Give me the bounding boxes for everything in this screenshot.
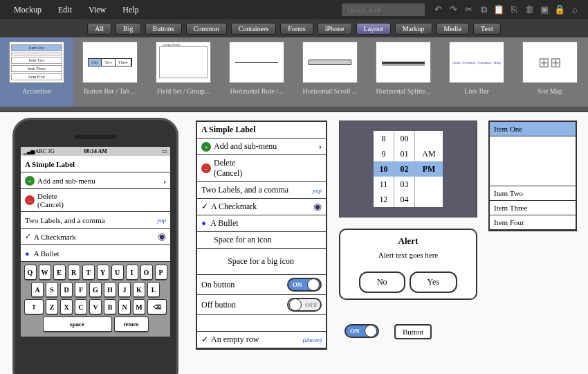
key-G[interactable]: G — [89, 282, 102, 297]
key-shift[interactable]: ⇧ — [24, 299, 44, 314]
picker-cell[interactable]: 12 — [374, 192, 394, 207]
filter-layout[interactable]: Layout — [356, 23, 391, 35]
key-space[interactable]: space — [43, 317, 112, 332]
menu-bullet[interactable]: ● A Bullet — [21, 245, 170, 262]
key-I[interactable]: I — [126, 265, 138, 280]
menu-two-labels[interactable]: Two Labels, and a comma yup — [21, 212, 170, 229]
filter-forms[interactable]: Forms — [280, 23, 313, 35]
key-return[interactable]: return — [114, 317, 149, 332]
key-B[interactable]: B — [104, 299, 116, 314]
iphone-menu-widget[interactable]: A Simple Label + Add and sub-menu › – De… — [196, 121, 327, 350]
picker-cell[interactable]: AM — [415, 146, 443, 161]
smenu-delete[interactable]: – Delete(Cancel) — [197, 155, 326, 182]
picker-cell[interactable]: 10 — [374, 161, 394, 177]
key-V[interactable]: V — [89, 299, 102, 314]
on-off-switch-widget[interactable]: ON — [344, 324, 379, 338]
button-widget[interactable]: Button — [394, 324, 432, 339]
accordion-row[interactable]: Item Four — [490, 215, 576, 230]
library-item[interactable]: Item OneItem TwoItem ThreeItem FourAccor… — [0, 37, 73, 111]
key-P[interactable]: P — [155, 265, 167, 280]
menu-view[interactable]: View — [80, 5, 114, 15]
filter-buttons[interactable]: Buttons — [145, 23, 182, 35]
smenu-off-switch[interactable]: Off button OFF — [197, 295, 326, 315]
key-M[interactable]: M — [133, 299, 145, 314]
key-S[interactable]: S — [46, 282, 58, 297]
library-item[interactable]: Horizontal Rule /... — [220, 37, 293, 111]
key-A[interactable]: A — [31, 282, 44, 297]
key-X[interactable]: X — [60, 299, 73, 314]
key-U[interactable]: U — [111, 265, 124, 280]
library-item[interactable]: Horizontal Scroll ... — [293, 37, 367, 111]
duplicate-icon[interactable]: ⎘ — [508, 4, 520, 15]
accordion-row[interactable]: Item Three — [490, 201, 576, 215]
picker-cell[interactable]: PM — [415, 161, 443, 177]
key-Q[interactable]: Q — [24, 265, 37, 280]
group-icon[interactable]: ▣ — [539, 4, 550, 15]
picker-cell[interactable]: 11 — [374, 177, 394, 192]
canvas[interactable]: ▁▃▅ ABC 3G 08:14 AM ▭ A Simple Label + A… — [0, 112, 588, 374]
filter-big[interactable]: Big — [116, 23, 140, 35]
switch-on[interactable]: ON — [287, 278, 322, 292]
accordion-row[interactable]: Item Two — [490, 186, 576, 201]
picker-cell[interactable]: 02 — [394, 161, 414, 177]
smenu-checkmark[interactable]: ✓ A Checkmark ◉ — [197, 199, 326, 215]
picker-wheels[interactable]: 891011120001020304AMPM — [374, 131, 443, 207]
alert-yes-button[interactable]: Yes — [410, 271, 457, 293]
key-delete[interactable]: ⌫ — [147, 299, 167, 314]
picker-cell[interactable]: 03 — [394, 177, 414, 192]
picker-cell[interactable] — [415, 192, 443, 207]
accordion-widget[interactable]: Item OneItem TwoItem ThreeItem Four — [488, 121, 577, 231]
key-L[interactable]: L — [147, 282, 160, 297]
smenu-space-icon[interactable]: Space for an icon — [197, 232, 326, 249]
switch-off[interactable]: OFF — [287, 298, 322, 312]
picker-cell[interactable]: 04 — [394, 192, 414, 207]
library-item[interactable]: Horizontal Splitte... — [367, 37, 440, 111]
delete-icon[interactable]: 🗑 — [524, 4, 535, 15]
smenu-add[interactable]: + Add and sub-menu › — [197, 139, 326, 155]
alert-widget[interactable]: Alert Alert text goes here No Yes — [339, 229, 477, 300]
library-item[interactable]: Group NameField Set / Group... — [147, 37, 220, 111]
key-C[interactable]: C — [75, 299, 87, 314]
smenu-two-labels[interactable]: Two Labels, and a comma yup — [197, 182, 326, 199]
lock-icon[interactable]: 🔒 — [554, 4, 565, 15]
quick-add-input[interactable] — [342, 3, 425, 16]
smenu-empty[interactable]: ✓ An empty row (above) — [197, 332, 326, 348]
menu-delete[interactable]: – Delete(Cancel) — [21, 189, 170, 212]
key-D[interactable]: D — [60, 282, 73, 297]
menu-add[interactable]: + Add and sub-menu › — [21, 172, 170, 189]
key-Y[interactable]: Y — [97, 265, 109, 280]
search-icon[interactable]: ⌕ — [569, 4, 580, 15]
paste-icon[interactable]: 📋 — [493, 4, 504, 15]
smenu-space-big[interactable]: Space for a big icon — [197, 249, 326, 275]
library-item[interactable]: OneTwoThreeButton Bar / Tab ... — [73, 37, 147, 111]
filter-all[interactable]: All — [87, 23, 111, 35]
key-R[interactable]: R — [68, 265, 80, 280]
menu-header[interactable]: A Simple Label — [21, 156, 170, 172]
key-K[interactable]: K — [133, 282, 145, 297]
iphone-picker-widget[interactable]: 891011120001020304AMPM — [339, 121, 477, 217]
filter-containers[interactable]: Containers — [231, 23, 276, 35]
copy-icon[interactable]: ⧉ — [478, 4, 489, 15]
menu-help[interactable]: Help — [114, 5, 147, 15]
undo-icon[interactable]: ↶ — [432, 4, 443, 15]
key-N[interactable]: N — [118, 299, 131, 314]
key-J[interactable]: J — [118, 282, 131, 297]
filter-markup[interactable]: Markup — [395, 23, 432, 35]
alert-no-button[interactable]: No — [359, 271, 405, 293]
key-W[interactable]: W — [39, 265, 51, 280]
key-T[interactable]: T — [82, 265, 95, 280]
filter-iphone[interactable]: iPhone — [318, 23, 352, 35]
picker-cell[interactable] — [415, 177, 443, 192]
menu-mockup[interactable]: Mockup — [6, 5, 50, 15]
picker-cell[interactable]: 00 — [394, 131, 414, 146]
key-H[interactable]: H — [104, 282, 116, 297]
picker-cell[interactable]: 9 — [374, 146, 394, 161]
smenu-on-switch[interactable]: On button ON — [197, 275, 326, 295]
key-O[interactable]: O — [140, 265, 153, 280]
library-item[interactable]: ⊞⊞Site Map — [513, 37, 587, 111]
filter-media[interactable]: Media — [437, 23, 470, 35]
iphone-mockup[interactable]: ▁▃▅ ABC 3G 08:14 AM ▭ A Simple Label + A… — [12, 118, 178, 374]
accordion-row[interactable]: Item One — [490, 122, 576, 136]
redo-icon[interactable]: ↷ — [448, 4, 459, 15]
menu-checkmark[interactable]: ✓ A Checkmark ◉ — [21, 229, 170, 245]
